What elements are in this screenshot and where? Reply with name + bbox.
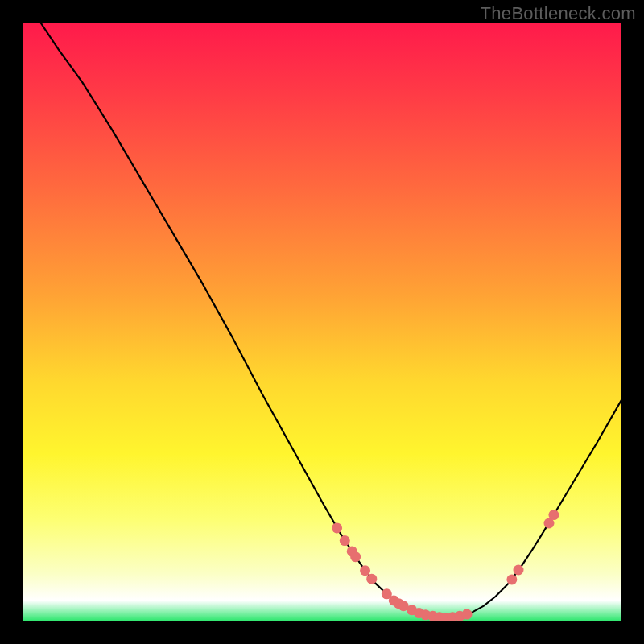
gradient-bg	[23, 23, 621, 621]
data-marker	[350, 551, 361, 562]
data-marker	[462, 609, 473, 620]
data-marker	[506, 574, 517, 584]
chart-frame	[23, 23, 621, 621]
data-marker	[366, 574, 377, 584]
watermark-text: TheBottleneck.com	[481, 3, 636, 24]
data-marker	[360, 565, 370, 576]
data-marker	[548, 510, 559, 520]
data-marker	[332, 522, 342, 533]
data-marker	[340, 535, 350, 546]
bottleneck-chart	[23, 23, 621, 621]
data-marker	[514, 565, 524, 576]
